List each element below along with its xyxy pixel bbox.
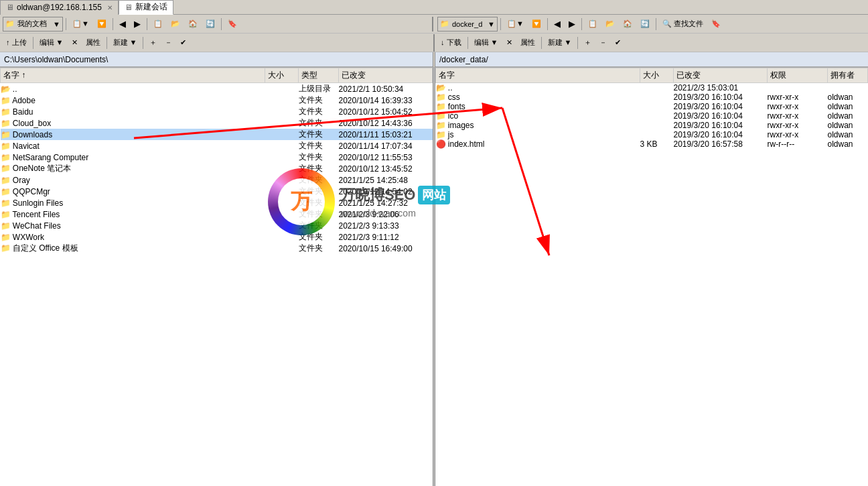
left-file-modified: 2021/2/3 9:22:06 — [339, 208, 433, 220]
right-find-btn[interactable]: 🔍 查找文件 — [659, 17, 707, 32]
left-new-btn[interactable]: 新建 ▼ — [110, 36, 141, 50]
left-file-type: 文件夹 — [299, 186, 339, 197]
right-props-btn[interactable]: 属性 — [517, 36, 538, 50]
left-file-row[interactable]: 📁 Adobe 文件夹 2020/10/14 16:39:33 — [1, 95, 433, 106]
left-check-btn[interactable]: ✔ — [177, 36, 190, 50]
left-col-type[interactable]: 类型 — [299, 68, 339, 83]
left-drive-dropdown[interactable]: 📁 我的文档 ▼ — [3, 17, 63, 32]
right-copy-btn[interactable]: 📋 — [585, 17, 601, 32]
right-file-name: 📁 js — [436, 130, 640, 139]
left-minus-btn[interactable]: － — [161, 36, 175, 50]
left-file-row[interactable]: 📁 Tencent Files 文件夹 2021/2/3 9:22:06 — [1, 208, 433, 220]
right-cut-btn[interactable]: 📂 — [602, 17, 618, 32]
left-file-row[interactable]: 📁 Cloud_box 文件夹 2020/10/12 14:43:36 — [1, 117, 433, 129]
left-file-row[interactable]: 📁 Oray 文件夹 2021/1/25 14:25:48 — [1, 174, 433, 186]
left-file-row[interactable]: 📁 NetSarang Computer 文件夹 2020/10/12 11:5… — [1, 151, 433, 163]
right-col-permissions[interactable]: 权限 — [768, 68, 828, 83]
right-file-row[interactable]: 📁 js 2019/3/20 16:10:04 rwxr-xr-x oldwan — [436, 130, 868, 139]
left-refresh-btn[interactable]: 🔄 — [202, 17, 218, 32]
left-address-text: C:\Users\oldwan\Documents\ — [4, 55, 108, 64]
tab-label-new: 新建会话 — [135, 1, 167, 13]
right-address-bar[interactable]: /docker_data/ — [435, 52, 868, 67]
right-file-row[interactable]: 📂 .. 2021/2/3 15:03:01 — [436, 83, 868, 93]
right-view-btn[interactable]: 📋▼ — [504, 17, 527, 32]
left-file-row[interactable]: 📂 .. 上级目录 2021/2/1 10:50:34 — [1, 83, 433, 95]
right-drive-dropdown[interactable]: 📁 docker_d ▼ — [437, 17, 498, 32]
left-file-size — [265, 117, 299, 129]
right-minus-btn[interactable]: － — [596, 36, 610, 50]
right-new-btn[interactable]: 新建 ▼ — [545, 36, 575, 50]
right-file-row[interactable]: 📁 images 2019/3/20 16:10:04 rwxr-xr-x ol… — [436, 121, 868, 130]
right-filter-btn[interactable]: 🔽 — [528, 17, 545, 32]
left-file-name: 📁 WeChat Files — [1, 220, 265, 231]
right-file-size — [640, 130, 674, 139]
tab-remote[interactable]: 🖥 oldwan@192.168.1.155 ✕ — [0, 0, 119, 15]
left-col-size[interactable]: 大小 — [265, 68, 299, 83]
left-file-row[interactable]: 📁 Baidu 文件夹 2020/10/12 15:04:52 — [1, 106, 433, 117]
left-file-modified: 2020/10/12 14:54:02 — [339, 186, 433, 197]
sep2 — [113, 18, 113, 30]
right-file-row[interactable]: 🔴 index.html 3 KB 2019/3/20 16:57:58 rw-… — [436, 139, 868, 149]
left-file-row[interactable]: 📁 OneNote 笔记本 文件夹 2020/10/12 13:45:52 — [1, 163, 433, 174]
sep11 — [143, 37, 143, 49]
upload-btn[interactable]: ↑ 上传 — [3, 36, 30, 50]
left-file-row[interactable]: 📁 Navicat 文件夹 2020/11/14 17:07:34 — [1, 140, 433, 151]
left-filter-btn[interactable]: 🔽 — [94, 17, 110, 32]
left-file-row[interactable]: 📁 自定义 Office 模板 文件夹 2020/10/15 16:49:00 — [1, 243, 433, 254]
file-icon: 📁 — [1, 153, 11, 162]
right-bookmark-btn[interactable]: 🔖 — [708, 17, 724, 32]
right-col-name[interactable]: 名字 — [436, 68, 640, 83]
right-edit-btn[interactable]: 编辑 ▼ — [471, 36, 502, 50]
left-file-name: 📁 Sunlogin Files — [1, 197, 265, 208]
left-file-size — [265, 243, 299, 254]
left-bookmark-btn[interactable]: 🔖 — [224, 17, 240, 32]
file-icon: 📁 — [1, 141, 11, 151]
right-refresh-btn[interactable]: 🔄 — [637, 17, 653, 32]
left-file-type: 文件夹 — [299, 106, 339, 117]
left-col-name[interactable]: 名字 ↑ — [1, 68, 265, 83]
right-file-permissions: rwxr-xr-x — [768, 121, 828, 130]
left-home-btn[interactable]: 🏠 — [185, 17, 201, 32]
left-drive-label: 我的文档 — [17, 19, 47, 29]
left-file-row[interactable]: 📁 Downloads 文件夹 2020/11/11 15:03:21 — [1, 129, 433, 140]
left-file-row[interactable]: 📁 Sunlogin Files 文件夹 2021/1/25 14:27:32 — [1, 197, 433, 208]
right-back-btn[interactable]: ◀ — [551, 17, 564, 32]
left-file-modified: 2020/10/14 16:39:33 — [339, 95, 433, 106]
left-file-size — [265, 106, 299, 117]
right-file-row[interactable]: 📁 css 2019/3/20 16:10:04 rwxr-xr-x oldwa… — [436, 93, 868, 102]
sep7 — [581, 18, 582, 30]
file-icon: 📂 — [436, 83, 446, 93]
right-file-row[interactable]: 📁 ico 2019/3/20 16:10:04 rwxr-xr-x oldwa… — [436, 111, 868, 121]
left-file-size — [265, 95, 299, 106]
download-btn[interactable]: ↓ 下载 — [437, 36, 465, 50]
left-plus-btn[interactable]: ＋ — [146, 36, 160, 50]
left-cut-btn[interactable]: 📂 — [167, 17, 184, 32]
left-file-row[interactable]: 📁 WXWork 文件夹 2021/2/3 9:11:12 — [1, 231, 433, 243]
tab-icon-new: 🖥 — [125, 3, 133, 12]
right-file-row[interactable]: 📁 fonts 2019/3/20 16:10:04 rwxr-xr-x old… — [436, 102, 868, 111]
right-col-modified[interactable]: 已改变 — [674, 68, 768, 83]
left-file-type: 文件夹 — [299, 208, 339, 220]
left-file-row[interactable]: 📁 QQPCMgr 文件夹 2020/10/12 14:54:02 — [1, 186, 433, 197]
right-plus-btn[interactable]: ＋ — [581, 36, 595, 50]
right-col-owner[interactable]: 拥有者 — [828, 68, 868, 83]
left-address-bar[interactable]: C:\Users\oldwan\Documents\ — [0, 52, 433, 67]
left-edit-btn[interactable]: 编辑 ▼ — [36, 36, 67, 50]
right-check-btn[interactable]: ✔ — [611, 36, 624, 50]
right-forward-btn[interactable]: ▶ — [565, 17, 579, 32]
left-back-btn[interactable]: ◀ — [116, 17, 129, 32]
right-file-owner: oldwan — [828, 93, 868, 102]
left-props-btn[interactable]: 属性 — [82, 36, 104, 50]
left-delete-btn[interactable]: ✕ — [68, 36, 81, 50]
tab-new-session[interactable]: 🖥 新建会话 — [119, 0, 173, 15]
tab-close-remote[interactable]: ✕ — [107, 4, 113, 11]
left-forward-btn[interactable]: ▶ — [131, 17, 144, 32]
left-copy-btn[interactable]: 📋 — [150, 17, 166, 32]
html-icon: 🔴 — [436, 139, 446, 149]
left-file-row[interactable]: 📁 WeChat Files 文件夹 2021/2/3 9:13:33 — [1, 220, 433, 231]
left-col-modified[interactable]: 已改变 — [339, 68, 433, 83]
right-delete-btn[interactable]: ✕ — [503, 36, 516, 50]
right-home-btn[interactable]: 🏠 — [620, 17, 636, 32]
left-view-btn[interactable]: 📋▼ — [69, 17, 92, 32]
right-col-size[interactable]: 大小 — [640, 68, 674, 83]
